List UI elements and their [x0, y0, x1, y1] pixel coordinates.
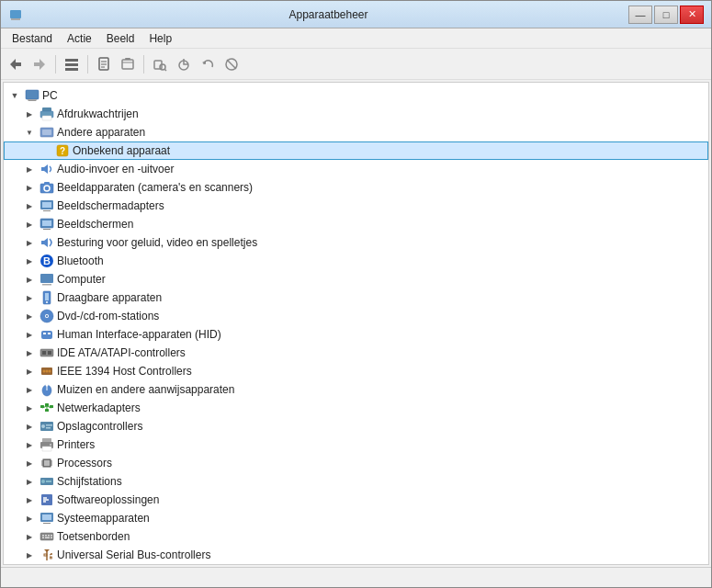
tree-item-andere[interactable]: ▼ Andere apparaten — [4, 123, 708, 141]
view-button[interactable] — [61, 53, 83, 75]
usb-icon — [40, 548, 54, 562]
svg-point-62 — [49, 370, 51, 373]
rollback-button[interactable] — [197, 53, 219, 75]
toggle-onbekend — [38, 143, 52, 158]
tree-item-netwerk[interactable]: ▶ Netwerkadapters — [4, 399, 708, 417]
menu-help[interactable]: Help — [141, 30, 179, 47]
toggle-schijf[interactable]: ▶ — [22, 474, 37, 489]
tree-item-hid[interactable]: ▶ Human Interface-apparaten (HID) — [4, 325, 708, 344]
svg-rect-54 — [43, 333, 46, 334]
svg-text:?: ? — [60, 146, 65, 156]
toggle-afdruk[interactable]: ▶ — [22, 107, 37, 121]
bluetooth-icon: B — [40, 254, 54, 268]
toggle-netwerk[interactable]: ▶ — [22, 401, 37, 415]
svg-rect-57 — [42, 351, 46, 355]
device-tree[interactable]: ▼ PC ▶ — [3, 82, 709, 565]
label-vga: Beeldschermadapters — [57, 199, 164, 212]
tree-item-ide[interactable]: ▶ IDE ATA/ATAPI-controllers — [4, 344, 708, 362]
tree-item-usb[interactable]: ▶ Universal Serial Bus-controllers — [4, 546, 708, 564]
label-netwerk: Netwerkadapters — [57, 401, 141, 414]
tree-item-audio[interactable]: ▶ Audio-invoer en -uitvoer — [4, 160, 708, 178]
toggle-bluetooth[interactable]: ▶ — [22, 254, 37, 268]
tree-item-computer[interactable]: ▶ Computer — [4, 270, 708, 288]
tree-item-ieee[interactable]: ▶ IEEE 1394 Host Controllers — [4, 362, 708, 380]
label-schijf: Schijfstations — [57, 475, 122, 488]
label-draagbaar: Draagbare apparaten — [57, 291, 162, 304]
forward-button[interactable] — [28, 53, 51, 75]
toggle-vga[interactable]: ▶ — [22, 198, 37, 213]
label-ide: IDE ATA/ATAPI-controllers — [57, 346, 186, 359]
svg-rect-76 — [46, 427, 51, 429]
tree-item-afdruk[interactable]: ▶ Afdrukwachtrijen — [4, 105, 708, 123]
uninstall-button[interactable] — [117, 53, 139, 75]
toggle-usb[interactable]: ▶ — [22, 548, 37, 562]
main-content: ▼ PC ▶ — [1, 80, 711, 567]
tree-item-muis[interactable]: ▶ Muizen en andere aanwijsapparaten — [4, 380, 708, 399]
tree-item-dvd[interactable]: ▶ Dvd-/cd-rom-stations — [4, 307, 708, 325]
svg-rect-55 — [48, 333, 51, 334]
statusbar — [1, 567, 711, 587]
toggle-processor[interactable]: ▶ — [22, 456, 37, 470]
dvd-icon — [40, 309, 54, 323]
toggle-pc[interactable]: ▼ — [7, 88, 22, 103]
tree-item-bluetooth[interactable]: ▶ B Bluetooth — [4, 252, 708, 270]
svg-point-111 — [51, 553, 52, 555]
toggle-display[interactable]: ▶ — [22, 217, 37, 232]
tree-item-schijf[interactable]: ▶ Schijfstations — [4, 472, 708, 491]
svg-point-74 — [41, 424, 45, 428]
toggle-toets[interactable]: ▶ — [22, 529, 37, 544]
tree-item-software[interactable]: ▶ Softwareoplossingen — [4, 491, 708, 509]
tree-item-pc[interactable]: ▼ PC — [4, 86, 708, 105]
svg-rect-58 — [48, 351, 51, 355]
toggle-camera[interactable]: ▶ — [22, 180, 37, 195]
tree-item-processor[interactable]: ▶ Processors — [4, 454, 708, 472]
toggle-audio[interactable]: ▶ — [22, 162, 37, 176]
label-afdruk: Afdrukwachtrijen — [57, 107, 139, 120]
print-icon — [40, 107, 54, 121]
disable-button[interactable] — [220, 53, 243, 75]
close-button[interactable]: ✕ — [680, 6, 704, 24]
tree-item-systeem[interactable]: ▶ Systeemapparaten — [4, 509, 708, 527]
toggle-geluid[interactable]: ▶ — [22, 235, 37, 250]
toggle-andere[interactable]: ▼ — [22, 125, 37, 140]
processor-icon — [40, 456, 54, 470]
toggle-hid[interactable]: ▶ — [22, 327, 37, 342]
tree-item-printers[interactable]: ▶ Printers — [4, 435, 708, 454]
tree-item-vga[interactable]: ▶ Beeldschermadapters — [4, 197, 708, 215]
toggle-printers[interactable]: ▶ — [22, 437, 37, 452]
tree-item-draagbaar[interactable]: ▶ Draagbare apparaten — [4, 288, 708, 307]
toggle-software[interactable]: ▶ — [22, 492, 37, 507]
tree-item-toets[interactable]: ▶ Toetsenborden — [4, 527, 708, 546]
toggle-draagbaar[interactable]: ▶ — [22, 290, 37, 305]
menu-bestand[interactable]: Bestand — [5, 30, 60, 47]
maximize-button[interactable]: □ — [654, 6, 678, 24]
svg-rect-0 — [10, 10, 21, 18]
scan-button[interactable] — [149, 53, 171, 75]
window-title: Apparaatbeheer — [28, 8, 628, 21]
toggle-muis[interactable]: ▶ — [22, 382, 37, 397]
label-andere: Andere apparaten — [57, 126, 145, 139]
menu-actie[interactable]: Actie — [60, 30, 99, 47]
toggle-dvd[interactable]: ▶ — [22, 309, 37, 323]
properties-button[interactable] — [93, 53, 115, 75]
label-display: Beeldschermen — [57, 218, 133, 231]
tree-item-onbekend[interactable]: ? Onbekend apparaat — [4, 141, 708, 160]
tree-item-display[interactable]: ▶ Beeldschermen — [4, 215, 708, 233]
minimize-button[interactable]: — — [628, 6, 652, 24]
svg-line-17 — [165, 69, 167, 71]
tree-item-opslag[interactable]: ▶ Opslagcontrollers — [4, 417, 708, 435]
tree-item-camera[interactable]: ▶ Beeldapparaten (camera's en scanners) — [4, 178, 708, 197]
update-button[interactable] — [173, 53, 195, 75]
toggle-computer[interactable]: ▶ — [22, 272, 37, 287]
toggle-ieee[interactable]: ▶ — [22, 364, 37, 379]
geluid-icon — [40, 235, 54, 250]
toolbar-sep-2 — [87, 55, 88, 74]
toggle-systeem[interactable]: ▶ — [22, 511, 37, 526]
schijf-icon — [40, 474, 54, 489]
menu-beeld[interactable]: Beeld — [99, 30, 142, 47]
svg-rect-45 — [40, 274, 53, 283]
back-button[interactable] — [5, 53, 27, 75]
tree-item-geluid[interactable]: ▶ Besturing voor geluid, video en spelle… — [4, 233, 708, 252]
toggle-opslag[interactable]: ▶ — [22, 419, 37, 434]
toggle-ide[interactable]: ▶ — [22, 345, 37, 360]
